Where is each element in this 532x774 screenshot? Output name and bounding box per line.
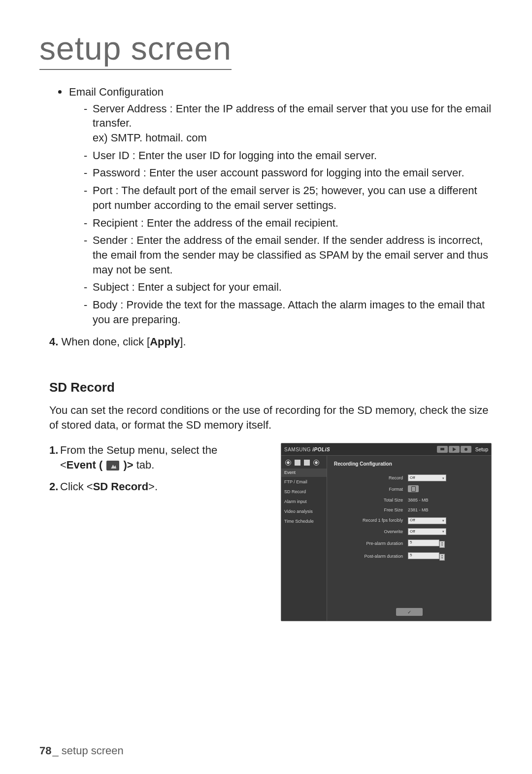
label-free-size: Free Size xyxy=(334,507,408,513)
svg-marker-1 xyxy=(453,447,456,451)
footer-label: setup screen xyxy=(62,744,124,757)
list-item: Subject : Enter a subject for your email… xyxy=(84,280,493,295)
forcibly-select[interactable]: Off▾ xyxy=(408,517,446,524)
step-number: 4. xyxy=(49,336,58,348)
tab-play-icon[interactable] xyxy=(449,446,460,453)
sidebar: Event FTP / Email SD Record Alarm input … xyxy=(281,456,327,621)
post-alarm-input[interactable]: 5 xyxy=(408,552,439,559)
screenshot-panel: SAMSUNG iPOLiS Setup xyxy=(281,443,492,621)
sidebar-item-sd-record[interactable]: SD Record xyxy=(281,487,327,497)
format-button[interactable] xyxy=(408,485,419,492)
label-overwrite: Overwrite xyxy=(334,529,408,535)
label-format: Format xyxy=(334,486,408,492)
sd-record-heading: SD Record xyxy=(49,379,493,396)
step-text: ]. xyxy=(180,336,186,348)
sd-record-intro: You can set the record conditions or the… xyxy=(49,403,493,432)
list-item: Server Address : Enter the IP address of… xyxy=(84,101,493,145)
list-item: Body : Provide the text for the massage.… xyxy=(84,298,493,327)
sidebar-section-event[interactable]: Event xyxy=(281,469,327,476)
label-record-forcibly: Record 1 fps forcibly xyxy=(334,517,408,523)
pre-alarm-input[interactable]: 5 xyxy=(408,539,439,546)
value-total-size: 3885 - MB xyxy=(408,498,429,503)
record-select[interactable]: Off▾ xyxy=(408,474,446,481)
footer-sep: _ xyxy=(52,744,58,757)
overwrite-select[interactable]: Off▾ xyxy=(408,528,446,535)
sidebar-item-time-schedule[interactable]: Time Schedule xyxy=(281,516,327,526)
step-number: 2. xyxy=(49,479,58,494)
panel-title: Recording Configuration xyxy=(334,461,484,468)
sidebar-item-ftp-email[interactable]: FTP / Email xyxy=(281,477,327,487)
sidebar-nav-icon[interactable] xyxy=(304,460,310,466)
step-text: >. xyxy=(148,480,158,493)
page-number: 78 xyxy=(39,744,51,757)
brand-samsung: SAMSUNG xyxy=(284,447,311,452)
tab-monitor-icon[interactable] xyxy=(437,446,448,453)
step-text: From the Setup menu, select the xyxy=(60,444,217,456)
step-text: )> xyxy=(120,459,133,471)
event-tab-label: Event ( xyxy=(66,459,102,471)
list-item: Password : Enter the user account passwo… xyxy=(84,166,493,180)
sidebar-nav-icon[interactable] xyxy=(285,460,291,466)
brand-logo: SAMSUNG iPOLiS xyxy=(284,446,437,453)
sd-record-label: SD Record xyxy=(93,480,148,493)
email-config-heading: Email Configuration xyxy=(49,85,493,100)
email-config-list: Server Address : Enter the IP address of… xyxy=(49,101,493,327)
list-item: Sender : Enter the address of the email … xyxy=(84,233,493,277)
list-item: User ID : Enter the user ID for logging … xyxy=(84,148,493,163)
label-pre-alarm: Pre-alarm duration xyxy=(334,540,408,546)
svg-point-2 xyxy=(465,448,467,451)
label-total-size: Total Size xyxy=(334,497,408,503)
step-text: When done, click [ xyxy=(61,336,150,348)
step-number: 1. xyxy=(49,443,58,458)
pre-alarm-spinner[interactable]: ▲▼ xyxy=(439,541,445,548)
sidebar-nav-icon[interactable] xyxy=(313,460,319,466)
svg-rect-0 xyxy=(440,448,444,450)
step-text: Click < xyxy=(60,480,93,493)
step-4: 4. When done, click [Apply]. xyxy=(49,335,493,349)
label-record: Record xyxy=(334,475,408,481)
setup-label: Setup xyxy=(475,446,488,453)
sidebar-item-alarm-input[interactable]: Alarm input xyxy=(281,497,327,506)
value-free-size: 2381 - MB xyxy=(408,507,429,512)
event-tab-icon xyxy=(106,461,119,471)
sidebar-nav-icon[interactable] xyxy=(295,460,300,466)
list-item: Port : The default port of the email ser… xyxy=(84,183,493,212)
post-alarm-spinner[interactable]: ▲▼ xyxy=(439,554,445,561)
step-text: < xyxy=(60,459,66,471)
step-text: tab. xyxy=(133,459,155,471)
label-post-alarm: Post-alarm duration xyxy=(334,553,408,559)
list-item: Recipient : Enter the address of the ema… xyxy=(84,216,493,231)
apply-label: Apply xyxy=(150,336,180,348)
step-2: 2. Click <SD Record>. xyxy=(49,479,266,494)
page-title: setup screen xyxy=(39,30,232,70)
step-1: 1. From the Setup menu, select the <Even… xyxy=(49,443,266,472)
brand-ipolis: iPOLiS xyxy=(312,447,330,452)
page-footer: 78_ setup screen xyxy=(39,744,124,757)
apply-button[interactable] xyxy=(396,608,423,616)
sidebar-item-video-analysis[interactable]: Video analysis xyxy=(281,506,327,516)
tab-setup-icon[interactable] xyxy=(461,446,471,453)
